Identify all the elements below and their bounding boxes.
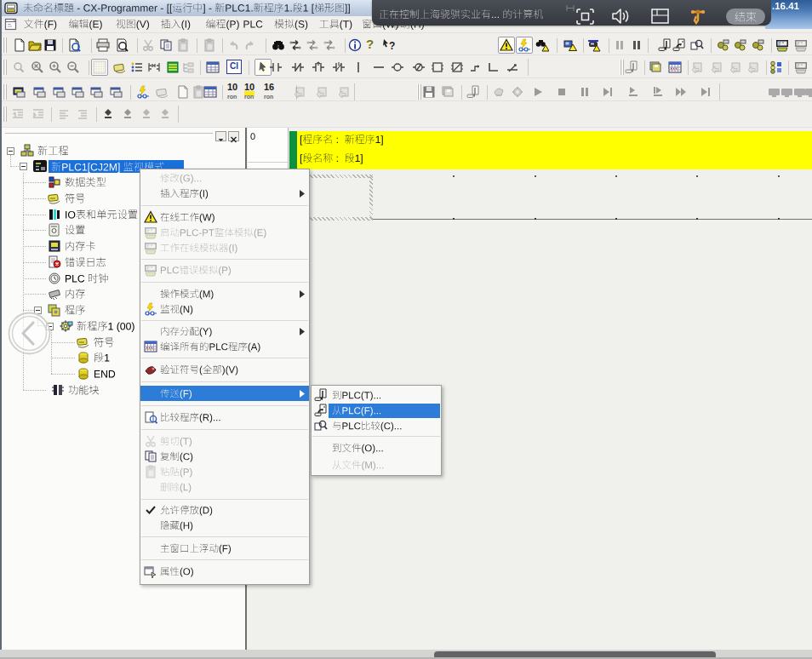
svg-text:?: ? (389, 40, 395, 52)
